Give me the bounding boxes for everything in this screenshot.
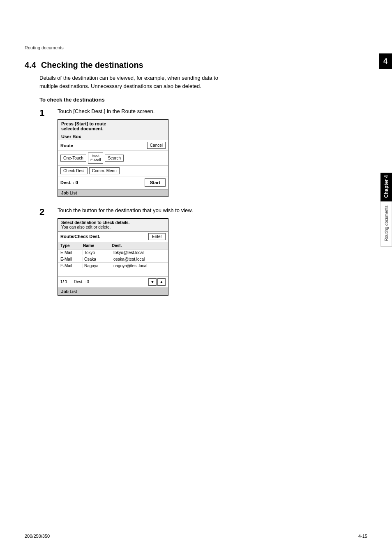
screen2-route-label: Route/Check Dest. [60,234,100,239]
screen1-dest-row: Dest. : 0 Start [58,176,168,189]
nav-down-button[interactable]: ▼ [148,278,157,286]
screen2-route-row: Route/Check Dest. Enter [58,231,168,242]
start-button[interactable]: Start [145,178,166,187]
screen2-job-list[interactable]: Job List [58,288,168,295]
one-touch-button[interactable]: One-Touch [60,155,86,162]
nav-buttons: ▼ ▲ [148,278,166,286]
section-title-text: Checking the destinations [41,60,143,70]
step-2: 2 Touch the button for the destination t… [39,207,367,296]
dest-info: Dest. : 3 [74,280,89,284]
side-chapter-panel: Chapter 4 Routing documents [380,173,392,247]
table-header: Type Name Dest. [58,242,168,250]
section-number: 4.4 [25,60,36,70]
screen1-userbox: User Box [58,133,168,140]
table-row[interactable]: E-Mail Nagoya nagoya@test.local [58,263,168,269]
footer: 200/250/350 4-15 [0,531,392,539]
step-1: 1 Touch [Check Dest.] in the Route scree… [39,108,367,197]
step-2-content: Touch the button for the destination tha… [58,207,367,296]
step-2-text: Touch the button for the destination tha… [58,207,367,214]
col-dest-header: Dest. [112,243,166,248]
page-info: 1/ 1 [60,280,67,284]
screen2-header: Select destination to check details. You… [58,219,168,231]
screen1-check-row: Check Dest Comm. Menu [58,166,168,176]
main-content: 4.4 Checking the destinations Details of… [0,52,392,296]
step-1-content: Touch [Check Dest.] in the Route screen.… [58,108,367,197]
header-section: Routing documents [0,0,392,52]
section-description: Details of the destination can be viewed… [39,74,367,90]
chapter-side-box: Chapter 4 [380,173,392,201]
page-container: 4 Routing documents 4.4 Checking the des… [0,0,392,555]
route-screen-mockup: Press [Start] to route selected document… [58,119,168,197]
comm-menu-button[interactable]: Comm. Menu [89,167,120,174]
screen1-job-list[interactable]: Job List [58,189,168,197]
chapter-number-box: 4 [379,53,392,69]
input-email-button[interactable]: Input E-Mail [88,153,104,163]
screen1-dest-label: Dest. : 0 [60,180,78,185]
section-title-row: 4.4 Checking the destinations [25,60,367,70]
sub-heading: To check the destinations [39,97,367,103]
col-name-header: Name [83,243,112,248]
nav-up-button[interactable]: ▲ [157,278,166,286]
pagination-row: 1/ 1 Dest. : 3 ▼ ▲ [58,277,168,288]
step-2-number: 2 [39,207,49,296]
cancel-button[interactable]: Cancel [147,142,166,149]
step-1-text: Touch [Check Dest.] in the Route screen. [58,108,367,115]
check-dest-screen-mockup: Select destination to check details. You… [58,218,168,296]
enter-button[interactable]: Enter [148,233,166,240]
screen1-route-label: Route [60,143,73,148]
routing-docs-header: Routing documents [25,45,367,52]
step-1-number: 1 [39,108,49,197]
screen1-header-line1: Press [Start] to route selected document… [58,120,168,133]
screen1-route-row: Route Cancel [58,140,168,151]
screen1-input-row: One-Touch Input E-Mail Search [58,151,168,165]
table-row[interactable]: E-Mail Osaka osaka@test,local [58,256,168,263]
footer-right: 4-15 [358,534,367,539]
spacer-row [58,269,168,277]
table-row[interactable]: E-Mail Tokyo tokyo@test.local [58,250,168,256]
search-button[interactable]: Search [105,155,124,162]
routing-side-label: Routing documents [380,201,392,246]
col-type-header: Type [60,243,83,248]
check-dest-button[interactable]: Check Dest [60,167,88,174]
footer-left: 200/250/350 [25,534,50,539]
